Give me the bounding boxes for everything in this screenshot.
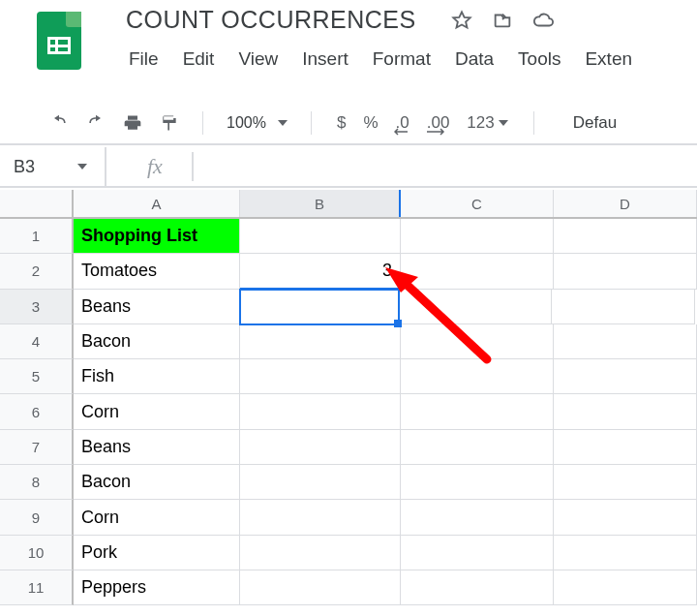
row: 2 Tomatoes 3 — [0, 254, 697, 289]
zoom-value: 100% — [227, 114, 266, 132]
cell-A1[interactable]: Shopping List — [74, 219, 240, 254]
row-header[interactable]: 5 — [0, 359, 74, 394]
more-formats-button[interactable]: 123 — [459, 113, 515, 133]
cell-B3-selected[interactable] — [239, 289, 400, 325]
row-header[interactable]: 3 — [0, 290, 74, 324]
column-header-B[interactable]: B — [240, 190, 401, 217]
menu-view[interactable]: View — [238, 48, 278, 70]
row-header[interactable]: 2 — [0, 254, 74, 289]
menu-bar: File Edit View Insert Format Data Tools … — [129, 48, 632, 70]
cell-B9[interactable] — [240, 500, 401, 535]
column-header-C[interactable]: C — [401, 190, 554, 217]
cell-C4[interactable] — [401, 324, 554, 359]
print-button[interactable] — [117, 109, 148, 137]
zoom-select[interactable]: 100% — [227, 114, 288, 132]
cell-A7[interactable]: Beans — [74, 430, 240, 465]
cell-C8[interactable] — [401, 465, 554, 500]
cloud-status-icon[interactable] — [532, 10, 554, 31]
cell-D2[interactable] — [554, 254, 697, 289]
row-header[interactable]: 4 — [0, 324, 74, 359]
cell-A10[interactable]: Pork — [74, 536, 240, 570]
cell-B11[interactable] — [240, 570, 401, 605]
name-formula-bar: B3 fx — [0, 147, 697, 188]
row-header[interactable]: 9 — [0, 500, 74, 535]
sheets-logo[interactable] — [37, 12, 81, 70]
move-icon[interactable] — [492, 10, 513, 31]
cell-B6[interactable] — [240, 394, 401, 429]
cell-D8[interactable] — [554, 465, 697, 500]
cell-B5[interactable] — [240, 359, 401, 394]
cell-A11[interactable]: Peppers — [74, 570, 240, 605]
cell-D1[interactable] — [554, 219, 697, 254]
cell-C7[interactable] — [401, 430, 554, 465]
toolbar-separator — [533, 111, 534, 135]
cell-A8[interactable]: Bacon — [74, 465, 240, 500]
undo-button[interactable] — [44, 109, 75, 137]
cell-B1[interactable] — [240, 219, 401, 254]
select-all-corner[interactable] — [0, 190, 74, 217]
caret-down-icon — [499, 120, 508, 126]
decrease-decimal-button[interactable]: .0 — [388, 113, 417, 133]
menu-extensions[interactable]: Exten — [585, 48, 632, 70]
toolbar: 100% $ % .0 .00 123 Defau — [0, 103, 697, 145]
cell-D6[interactable] — [554, 394, 697, 429]
cell-A4[interactable]: Bacon — [74, 324, 240, 359]
cell-A5[interactable]: Fish — [74, 359, 240, 394]
cell-C9[interactable] — [401, 500, 554, 535]
menu-format[interactable]: Format — [373, 48, 431, 70]
cell-B2[interactable]: 3 — [240, 254, 401, 289]
document-title[interactable]: COUNT OCCURRENCES — [126, 6, 416, 34]
cell-A6[interactable]: Corn — [74, 394, 240, 429]
row-header[interactable]: 1 — [0, 219, 74, 254]
cell-C6[interactable] — [401, 394, 554, 429]
percent-button[interactable]: % — [355, 113, 385, 133]
name-box[interactable]: B3 — [0, 147, 106, 186]
row-header[interactable]: 8 — [0, 465, 74, 500]
cell-D10[interactable] — [554, 536, 697, 570]
row: 11 Peppers — [0, 570, 697, 605]
row-header[interactable]: 10 — [0, 536, 74, 570]
cell-B10[interactable] — [240, 536, 401, 570]
row: 10 Pork — [0, 536, 697, 570]
title-action-icons — [451, 10, 554, 31]
menu-insert[interactable]: Insert — [302, 48, 348, 70]
menu-edit[interactable]: Edit — [183, 48, 215, 70]
row-header[interactable]: 11 — [0, 570, 74, 605]
cell-D9[interactable] — [554, 500, 697, 535]
fx-icon: fx — [147, 152, 194, 181]
font-select[interactable]: Defau — [573, 113, 617, 133]
column-header-A[interactable]: A — [74, 190, 240, 217]
cell-D5[interactable] — [554, 359, 697, 394]
cell-D3[interactable] — [552, 290, 695, 324]
sheets-logo-icon — [47, 37, 71, 54]
column-header-D[interactable]: D — [554, 190, 697, 217]
increase-decimal-button[interactable]: .00 — [419, 113, 458, 133]
row-header[interactable]: 7 — [0, 430, 74, 465]
cell-B4[interactable] — [240, 324, 401, 359]
cell-C10[interactable] — [401, 536, 554, 570]
star-icon[interactable] — [451, 10, 472, 31]
cell-C1[interactable] — [401, 219, 554, 254]
menu-tools[interactable]: Tools — [518, 48, 561, 70]
cell-A3[interactable]: Beans — [74, 290, 240, 324]
font-select-label: Defau — [573, 113, 617, 132]
cell-C11[interactable] — [401, 570, 554, 605]
cell-B7[interactable] — [240, 430, 401, 465]
redo-button[interactable] — [80, 109, 111, 137]
cell-D7[interactable] — [554, 430, 697, 465]
row: 6 Corn — [0, 394, 697, 429]
cell-C3[interactable] — [399, 290, 552, 324]
cell-D4[interactable] — [554, 324, 697, 359]
cell-C5[interactable] — [401, 359, 554, 394]
menu-data[interactable]: Data — [455, 48, 494, 70]
currency-button[interactable]: $ — [329, 113, 353, 133]
menu-file[interactable]: File — [129, 48, 159, 70]
cell-C2[interactable] — [401, 254, 554, 289]
spreadsheet-grid[interactable]: A B C D 1 Shopping List 2 Tomatoes 3 3 B… — [0, 190, 697, 616]
cell-A2[interactable]: Tomatoes — [74, 254, 240, 289]
paint-format-button[interactable] — [154, 109, 185, 137]
row-header[interactable]: 6 — [0, 394, 74, 429]
cell-A9[interactable]: Corn — [74, 500, 240, 535]
cell-B8[interactable] — [240, 465, 401, 500]
cell-D11[interactable] — [554, 570, 697, 605]
